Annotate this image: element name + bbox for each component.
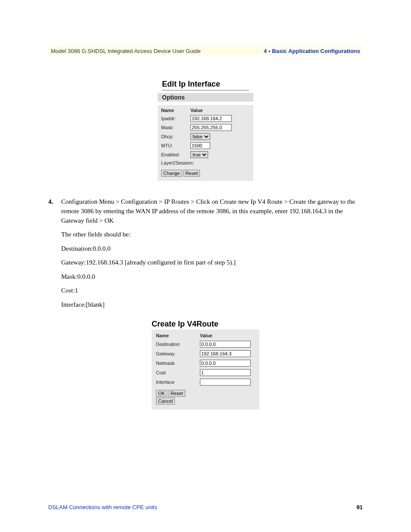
- fig2-panel: Name Value Destination Gateway Netmask C…: [152, 330, 259, 410]
- figure-edit-ip-interface: Edit Ip Interface Options Name Value Ipa…: [158, 77, 253, 181]
- fig2-gw-input[interactable]: [200, 350, 251, 357]
- fig2-reset-button[interactable]: Reset: [168, 390, 185, 397]
- fig1-row-l2: Layer2Session:: [161, 160, 250, 165]
- header-guide-title: Model 3086 G.SHDSL Integrated Access Dev…: [51, 48, 201, 54]
- fig2-row-gw: Gateway: [156, 350, 255, 357]
- body-dest: Destination:0.0.0.0: [61, 244, 363, 254]
- fig1-mask-input[interactable]: [190, 124, 232, 131]
- fig1-row-enabled: Enabled: true: [161, 151, 250, 158]
- fig2-if-label: Interface: [156, 380, 200, 385]
- fig1-mtu-input[interactable]: [190, 142, 210, 149]
- fig2-dest-input[interactable]: [200, 341, 251, 348]
- fig2-cost-label: Cost: [156, 370, 200, 375]
- fig1-mask-label: Mask:: [161, 125, 190, 130]
- fig2-ok-button[interactable]: OK: [156, 390, 167, 397]
- step-number: 4.: [48, 197, 61, 225]
- fig2-if-input[interactable]: [200, 379, 251, 386]
- figure-create-ip-v4route: Create Ip V4Route Name Value Destination…: [152, 320, 259, 410]
- page-number: 91: [357, 504, 363, 510]
- body-gw: Gateway:192.168.164.3 [already configure…: [61, 258, 363, 268]
- fig2-title: Create Ip V4Route: [152, 320, 259, 330]
- fig2-mask-input[interactable]: [200, 360, 251, 367]
- body-mask: Mask:0.0.0.0: [61, 272, 363, 282]
- body-intro: The other fields should be:: [61, 230, 363, 240]
- page-footer: DSLAM Connections with remote CPE units …: [48, 504, 363, 510]
- fig1-title: Edit Ip Interface: [162, 80, 249, 90]
- step-text: Configuration Menu > Configuration > IP …: [61, 197, 363, 225]
- fig1-row-ipaddr: Ipaddr:: [161, 115, 250, 122]
- page-header: Model 3086 G.SHDSL Integrated Access Dev…: [48, 47, 363, 56]
- fig2-cost-input[interactable]: [200, 369, 251, 376]
- fig2-row-cost: Cost: [156, 369, 255, 376]
- fig2-dest-label: Destination: [156, 342, 200, 347]
- fig2-col-value: Value: [200, 333, 212, 338]
- fig1-row-dhcp: Dhcp: false: [161, 133, 250, 140]
- fig2-col-name: Name: [156, 333, 200, 338]
- fig2-row-if: Interface: [156, 379, 255, 386]
- fig1-dhcp-label: Dhcp:: [161, 134, 190, 139]
- body-if: Interface:[blank]: [61, 300, 363, 310]
- footer-section: DSLAM Connections with remote CPE units: [48, 504, 157, 510]
- fig1-col-name: Name: [161, 108, 190, 113]
- fig2-row-mask: Netmask: [156, 360, 255, 367]
- fig2-gw-label: Gateway: [156, 351, 200, 356]
- fig1-l2-label: Layer2Session:: [161, 160, 194, 165]
- fig1-dhcp-select[interactable]: false: [190, 133, 210, 140]
- fig1-row-mtu: MTU:: [161, 142, 250, 149]
- fig1-row-mask: Mask:: [161, 124, 250, 131]
- fig1-col-value: Value: [190, 108, 203, 113]
- fig1-mtu-label: MTU:: [161, 143, 190, 148]
- fig1-panel: Name Value Ipaddr: Mask: Dhcp: false: [158, 105, 253, 181]
- fig1-ipaddr-input[interactable]: [190, 115, 232, 122]
- fig2-cancel-button[interactable]: Cancel: [156, 398, 175, 404]
- header-section-title: 4 • Basic Application Configurations: [264, 48, 360, 54]
- fig1-reset-button[interactable]: Reset: [184, 170, 200, 177]
- fig1-ipaddr-label: Ipaddr:: [161, 116, 190, 121]
- body-text: 4. Configuration Menu > Configuration > …: [48, 197, 363, 309]
- body-cost: Cost:1: [61, 286, 363, 296]
- fig1-enabled-label: Enabled:: [161, 152, 190, 157]
- fig1-change-button[interactable]: Change: [161, 170, 182, 177]
- fig2-mask-label: Netmask: [156, 361, 200, 366]
- fig1-enabled-select[interactable]: true: [190, 151, 208, 158]
- fig1-options-header: Options: [158, 93, 253, 102]
- fig2-row-dest: Destination: [156, 341, 255, 348]
